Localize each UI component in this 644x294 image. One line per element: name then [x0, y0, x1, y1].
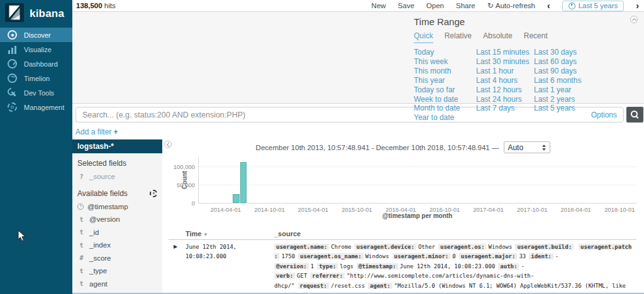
source-field-pair: useragent.major:33 — [459, 253, 526, 259]
quick-range-link[interactable]: Last 15 minutes — [476, 48, 534, 57]
quick-range-link[interactable]: This week — [414, 57, 476, 67]
source-field-value: - — [521, 263, 524, 270]
quick-range-link[interactable]: Last 5 years — [534, 104, 592, 113]
sidebar-nav-item[interactable]: Timelion — [0, 71, 72, 85]
top-menu-item[interactable]: Save — [398, 2, 414, 9]
quick-range-link[interactable]: Last 30 minutes — [476, 57, 534, 67]
search-button[interactable] — [626, 107, 643, 122]
sidebar-nav-item[interactable]: Dashboard — [0, 57, 72, 71]
quick-range-link[interactable]: Last 4 hours — [476, 76, 534, 85]
quick-range-link[interactable]: Year to date — [414, 113, 476, 122]
quick-range-link[interactable]: Last 90 days — [534, 67, 592, 76]
field-settings-gear-icon[interactable] — [150, 190, 157, 197]
interval-value: Auto — [508, 143, 523, 152]
field-type-icon: ? — [77, 173, 86, 180]
source-field-value: Windows — [365, 253, 389, 259]
quick-range-link[interactable]: Last 1 hour — [476, 67, 534, 76]
nav-item-label: Management — [24, 104, 64, 111]
field-name: @timestamp — [87, 203, 128, 210]
selected-fields-list: ? _source — [77, 170, 162, 183]
source-field-key: referrer: — [310, 273, 345, 279]
quick-range-link[interactable]: This year — [414, 76, 476, 85]
nav-item-label: Timelion — [24, 75, 50, 82]
quick-range-link[interactable]: Month to date — [414, 104, 476, 113]
sidebar-nav-item[interactable]: Visualize — [0, 42, 72, 57]
gridline — [199, 166, 636, 167]
source-field-value: 0 — [452, 253, 455, 259]
interval-select[interactable]: Auto — [504, 141, 550, 153]
documents-table: Time▾ _source ▶ June 12th 2014, 10:08:23… — [169, 227, 636, 294]
field-item[interactable]: # _score — [77, 252, 162, 265]
field-name: @version — [89, 215, 120, 223]
quick-range-link[interactable]: Last 30 days — [534, 48, 592, 57]
time-range-tab[interactable]: Absolute — [483, 31, 513, 43]
field-name: _index — [89, 241, 111, 249]
quick-range-link[interactable]: Last 1 year — [534, 85, 592, 95]
auto-refresh-button[interactable]: ↻Auto-refresh — [487, 1, 535, 10]
top-menu-item[interactable]: Open — [426, 2, 444, 9]
hits-count: 138,500 hits — [76, 2, 116, 9]
quick-range-link[interactable]: Today — [414, 48, 476, 57]
search-options-link[interactable]: Options — [591, 111, 617, 119]
source-field-value: 33 — [519, 253, 526, 259]
field-item[interactable]: t _id — [77, 226, 162, 239]
quick-range-link[interactable]: Today so far — [414, 85, 476, 95]
timepicker-button[interactable]: Last 5 years — [562, 1, 625, 11]
source-field-value: 1750 — [281, 253, 295, 259]
plus-icon: + — [113, 128, 118, 136]
quick-range-link[interactable]: This month — [414, 67, 476, 76]
quick-links-column-2: Last 15 minutesLast 30 minutesLast 1 hou… — [476, 48, 534, 122]
field-item[interactable]: ? _source — [77, 170, 162, 183]
nav-item-label: Dashboard — [24, 60, 58, 68]
quick-range-link[interactable]: Last 60 days — [534, 57, 592, 67]
source-field-pair: useragent.name:Chrome — [274, 244, 352, 250]
source-field-key: request: — [298, 283, 329, 289]
quick-range-link[interactable]: Week to date — [414, 95, 476, 104]
quick-range-link[interactable]: Last 12 hours — [476, 85, 534, 95]
time-range-label: December 10th 2013, 10:57:48.941 - Decem… — [256, 144, 499, 151]
time-column-header[interactable]: Time▾ — [186, 230, 274, 237]
time-range-tab[interactable]: Relative — [445, 31, 472, 43]
field-name: _source — [89, 173, 115, 180]
time-range-tab[interactable]: Quick — [414, 31, 433, 43]
time-range-tabs: Quick Relative Absolute Recent — [414, 31, 592, 43]
time-back-chevron[interactable]: ‹ — [547, 1, 550, 10]
global-nav-sidebar: kibana Discover Visualize Dashboard — [0, 0, 72, 294]
fields-panel: logstash-* Selected fields ? _source Ava… — [72, 139, 162, 294]
sidebar-nav-item[interactable]: Dev Tools — [0, 85, 72, 100]
quick-range-link[interactable]: Last 2 years — [534, 95, 592, 104]
field-item[interactable]: t @version — [77, 213, 162, 226]
quick-range-link[interactable]: Last 6 months — [534, 76, 592, 85]
field-item[interactable]: t agent — [77, 278, 162, 291]
sidebar-nav-item[interactable]: Management — [0, 100, 72, 114]
source-field-pair: ident:- — [529, 253, 558, 259]
field-item[interactable]: t _index — [77, 239, 162, 252]
source-field-key: @version: — [274, 263, 309, 270]
add-filter-link[interactable]: Add a filter+ — [75, 128, 118, 136]
time-forward-chevron[interactable]: › — [636, 1, 639, 10]
nav-item-icon — [8, 30, 17, 40]
clock-icon — [569, 3, 575, 9]
source-field-value: Windows — [488, 244, 512, 250]
kibana-logo[interactable]: kibana — [0, 0, 72, 28]
field-name: _score — [89, 254, 111, 262]
quick-range-link[interactable]: Last 24 hours — [476, 95, 534, 104]
histogram-bar[interactable] — [240, 162, 247, 203]
source-field-value: June 12th 2014, 10:08:23.000 — [400, 263, 496, 270]
collapse-timepicker-icon[interactable] — [630, 16, 638, 23]
quick-links-column-3: Last 30 daysLast 60 daysLast 90 daysLast… — [534, 48, 592, 122]
index-pattern-selector[interactable]: logstash-* — [72, 139, 162, 153]
field-item[interactable]: @timestamp — [77, 200, 162, 214]
quick-range-link[interactable]: Last 7 days — [476, 104, 534, 113]
field-name: _type — [89, 267, 107, 275]
top-menu-item[interactable]: New — [372, 2, 386, 9]
top-menu-item[interactable]: Share — [456, 2, 475, 9]
time-range-tab[interactable]: Recent — [524, 31, 548, 43]
histogram-bar[interactable] — [233, 194, 240, 203]
expand-row-caret-icon[interactable]: ▶ — [169, 242, 186, 294]
field-item[interactable]: t _type — [77, 264, 162, 278]
sidebar-nav-item[interactable]: Discover — [0, 28, 72, 42]
nav-item-label: Dev Tools — [24, 89, 54, 97]
search-icon — [631, 111, 639, 119]
top-menu: NewSaveOpenShare ↻Auto-refresh ‹ Last 5 … — [372, 1, 639, 11]
